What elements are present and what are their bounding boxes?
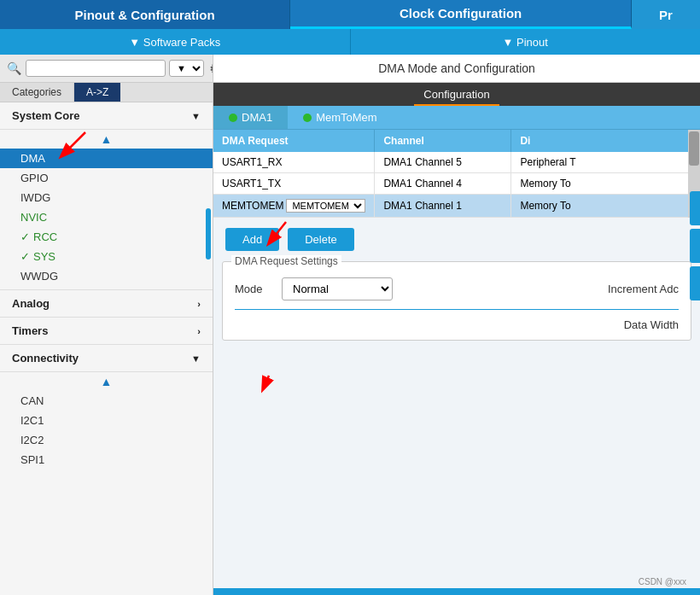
section-analog[interactable]: Analog › bbox=[0, 289, 213, 318]
subnav-software-packs[interactable]: ▼ Software Packs bbox=[0, 29, 351, 55]
connectivity-scroll-up[interactable]: ▲ bbox=[101, 375, 113, 388]
mode-select[interactable]: Normal Circular bbox=[282, 277, 393, 300]
sidebar-item-nvic[interactable]: NVIC bbox=[0, 207, 213, 227]
right-tab-2[interactable] bbox=[690, 229, 700, 263]
table-row-selected[interactable]: MEMTOMEM MEMTOMEM DMA1 Channel 1 bbox=[213, 195, 688, 218]
sidebar-item-i2c1[interactable]: I2C1 bbox=[0, 411, 213, 430]
data-width-label: Data Width bbox=[624, 318, 679, 331]
sidebar-item-i2c2[interactable]: I2C2 bbox=[0, 430, 213, 450]
col-channel: Channel bbox=[375, 130, 511, 152]
tab-categories[interactable]: Categories bbox=[0, 83, 74, 102]
section-timers[interactable]: Timers › bbox=[0, 318, 213, 345]
memtomem-dot bbox=[303, 114, 312, 122]
sidebar-item-sys[interactable]: ✓ SYS bbox=[0, 247, 213, 266]
sidebar-item-can[interactable]: CAN bbox=[0, 391, 213, 411]
tab-dma1[interactable]: DMA1 bbox=[213, 106, 288, 129]
table-row[interactable]: USART1_TX DMA1 Channel 4 Memory To bbox=[213, 173, 688, 195]
section-system-core[interactable]: System Core ▼ bbox=[0, 102, 213, 130]
sidebar: 🔍 ▼ ⚙ Categories A->Z System Core ▼ bbox=[0, 55, 213, 595]
nav-pinout-config[interactable]: Pinout & Configuration bbox=[0, 0, 290, 29]
memtomem-dropdown[interactable]: MEMTOMEM bbox=[286, 199, 365, 213]
chevron-system-core: ▼ bbox=[191, 111, 201, 121]
right-tab-1[interactable] bbox=[690, 191, 700, 225]
increment-addr-label: Increment Adc bbox=[608, 283, 679, 295]
search-icon: 🔍 bbox=[7, 61, 21, 75]
dma1-dot bbox=[229, 114, 237, 122]
col-dma-request: DMA Request bbox=[213, 130, 375, 152]
col-direction: Di bbox=[511, 130, 688, 152]
nav-project[interactable]: Pr bbox=[632, 0, 700, 29]
config-bar: Configuration bbox=[213, 83, 700, 106]
search-input[interactable] bbox=[26, 60, 166, 77]
tab-memtomem[interactable]: MemToMem bbox=[288, 106, 393, 129]
dma-table: DMA Request Channel Di bbox=[213, 130, 688, 218]
right-tab-3[interactable] bbox=[690, 266, 700, 300]
nav-clock-config[interactable]: Clock Configuration bbox=[290, 0, 632, 29]
sidebar-item-rcc[interactable]: ✓ RCC bbox=[0, 227, 213, 247]
sidebar-item-wwdg[interactable]: WWDG bbox=[0, 266, 213, 286]
delete-button[interactable]: Delete bbox=[288, 228, 354, 251]
scroll-up-arrow[interactable]: ▲ bbox=[101, 132, 113, 146]
sidebar-item-iwdg[interactable]: IWDG bbox=[0, 188, 213, 207]
settings-section-label: DMA Request Settings bbox=[231, 255, 341, 267]
tab-atoz[interactable]: A->Z bbox=[74, 83, 120, 102]
sidebar-item-gpio[interactable]: GPIO bbox=[0, 168, 213, 188]
search-dropdown[interactable]: ▼ bbox=[169, 60, 204, 77]
sidebar-item-dma[interactable]: DMA bbox=[0, 149, 213, 168]
section-connectivity[interactable]: Connectivity ▼ bbox=[0, 345, 213, 372]
subnav-pinout[interactable]: ▼ Pinout bbox=[351, 29, 701, 55]
add-button[interactable]: Add bbox=[225, 228, 279, 251]
chevron-timers: › bbox=[197, 326, 201, 336]
sidebar-item-spi1[interactable]: SPI1 bbox=[0, 450, 213, 470]
watermark: CSDN @xxx bbox=[639, 577, 686, 586]
content-area: DMA Mode and Configuration Configuration… bbox=[213, 55, 700, 595]
chevron-connectivity: ▼ bbox=[191, 353, 201, 364]
chevron-analog: › bbox=[197, 299, 201, 309]
table-row[interactable]: USART1_RX DMA1 Channel 5 Peripheral T bbox=[213, 152, 688, 173]
dma-mode-title: DMA Mode and Configuration bbox=[213, 55, 700, 83]
mode-label: Mode bbox=[235, 283, 282, 295]
